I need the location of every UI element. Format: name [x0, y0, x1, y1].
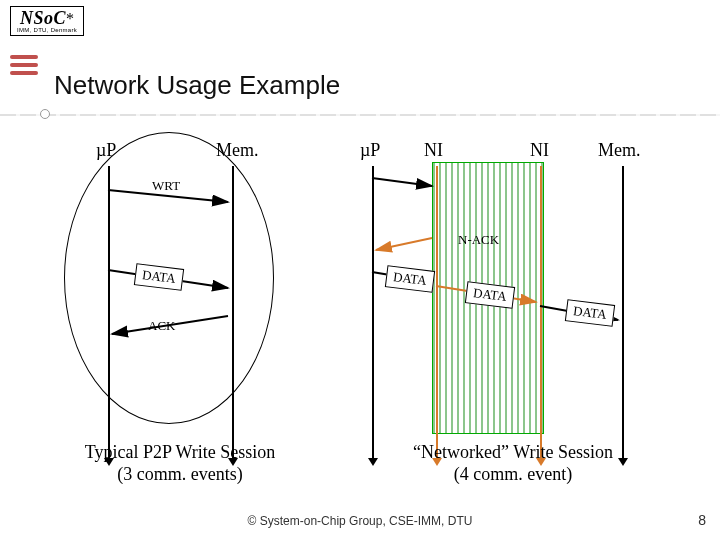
- msg-nack: N-ACK: [458, 232, 499, 248]
- page-title: Network Usage Example: [54, 70, 340, 101]
- caption-left-1: Typical P2P Write Session: [85, 442, 276, 462]
- msg-left-ack: ACK: [148, 318, 175, 334]
- svg-line-3: [372, 178, 432, 186]
- brand-subtitle: IMM, DTU, Denmark: [17, 27, 77, 33]
- caption-right-2: (4 comm. event): [454, 464, 572, 484]
- diagram-stage: µP Mem. WRT DATA ACK µP NI NI Mem. N-ACK…: [0, 128, 720, 488]
- caption-left: Typical P2P Write Session (3 comm. event…: [70, 442, 290, 485]
- brand-main: NSoC: [20, 8, 66, 28]
- title-rule: [0, 114, 720, 116]
- caption-right-1: “Networked” Write Session: [413, 442, 613, 462]
- page-number: 8: [698, 512, 706, 528]
- brand-logo: NSoC* IMM, DTU, Denmark: [10, 6, 84, 36]
- svg-line-4: [376, 238, 432, 250]
- caption-right: “Networked” Write Session (4 comm. event…: [388, 442, 638, 485]
- caption-left-2: (3 comm. events): [117, 464, 242, 484]
- brand-star-icon: *: [66, 10, 74, 27]
- msg-wrt: WRT: [152, 178, 180, 194]
- left-arrows: [60, 158, 280, 438]
- title-rule-knob-icon: [40, 109, 50, 119]
- decorative-bars-icon: [10, 55, 38, 79]
- footer-copyright: © System-on-Chip Group, CSE-IMM, DTU: [0, 514, 720, 528]
